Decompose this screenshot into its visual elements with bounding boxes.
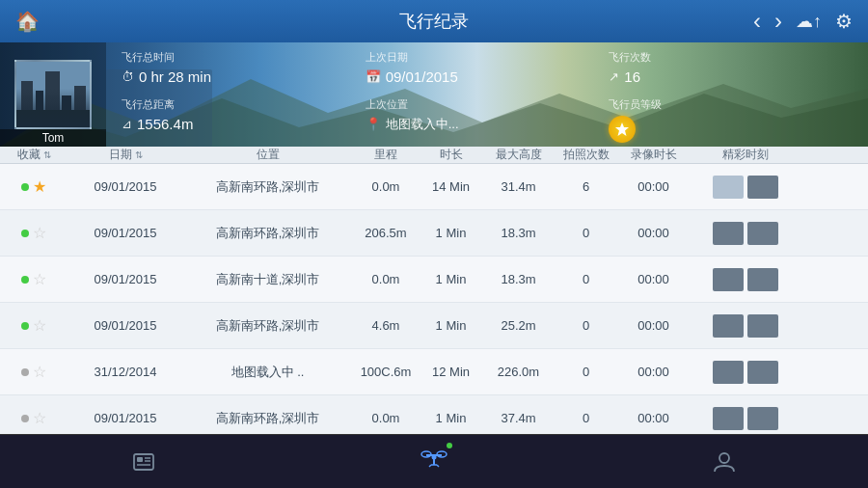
td-duration: 12 Min [420,365,482,379]
td-photo-count: 0 [555,226,617,240]
nav-item-flight[interactable] [419,446,449,478]
active-indicator [447,443,452,448]
last-date-value: 📅 09/01/2015 [366,68,610,85]
table-row[interactable]: ☆ 09/01/2015 高新南十道,深圳市 0.0m 1 Min 18.3m … [0,257,868,303]
star-empty-icon[interactable]: ☆ [33,316,46,335]
star-filled-icon[interactable]: ★ [33,177,46,196]
th-favorite: 收藏 ⇅ [0,147,68,163]
sort-date-icon[interactable]: ⇅ [135,149,143,160]
td-duration: 14 Min [420,179,482,194]
thumb-dark [747,314,778,338]
back-icon[interactable]: ‹ [753,8,761,35]
star-empty-icon[interactable]: ☆ [33,363,46,381]
td-location: 地图载入中 .. [183,364,352,381]
th-duration: 时长 [420,147,482,163]
td-location: 高新南环路,深圳市 [183,410,352,427]
hero-section: Tom 飞行总时间 ⏱ 0 hr 28 min 飞行总距离 ⊿ 1556.4m [0,42,868,147]
stat-group-time-dist: 飞行总时间 ⏱ 0 hr 28 min 飞行总距离 ⊿ 1556.4m [122,47,366,143]
pin-icon: 📍 [366,117,381,131]
td-moment [690,361,800,384]
td-duration: 1 Min [420,318,482,333]
td-date: 09/01/2015 [68,272,183,286]
svg-rect-9 [16,110,92,129]
td-duration: 1 Min [420,226,482,240]
flight-icon: ↗ [609,69,619,84]
td-record-time: 00:00 [617,365,690,379]
td-record-time: 00:00 [617,272,690,286]
star-empty-icon[interactable]: ☆ [33,224,46,242]
pilot-level-label: 飞行员等级 [609,95,853,112]
status-dot [21,230,29,237]
total-time-value: ⏱ 0 hr 28 min [122,68,366,85]
thumb-dark [713,314,744,338]
main-content: Tom 飞行总时间 ⏱ 0 hr 28 min 飞行总距离 ⊿ 1556.4m [0,42,868,488]
star-empty-icon[interactable]: ☆ [33,409,46,427]
thumb-dark [747,176,778,199]
thumb-dark [747,222,778,245]
sort-fav-icon[interactable]: ⇅ [43,149,51,160]
cloud-upload-icon[interactable]: ☁↑ [796,11,822,32]
star-empty-icon[interactable]: ☆ [33,270,46,288]
td-max-alt: 18.3m [482,226,555,240]
avatar-image [14,60,92,129]
status-dot [21,183,29,191]
user-name: Tom [0,129,106,147]
svg-rect-8 [74,86,86,129]
thumb-dark [713,222,744,245]
status-dot [21,276,29,284]
td-max-alt: 18.3m [482,272,555,286]
table-row[interactable]: ★ 09/01/2015 高新南环路,深圳市 0.0m 14 Min 31.4m… [0,164,868,210]
thumb-dark [713,407,744,430]
td-photo-count: 0 [555,272,617,286]
avatar-block: Tom [0,42,106,147]
table-header: 收藏 ⇅ 日期 ⇅ 位置 里程 时长 最大高度 拍照次数 录 [0,147,868,164]
svg-line-22 [429,465,431,467]
pilot-level-badge [609,116,853,143]
td-distance: 0.0m [352,411,420,425]
svg-rect-12 [137,457,143,462]
td-fav: ★ [0,177,68,196]
nav-item-profile[interactable] [711,448,738,475]
td-photo-count: 0 [555,365,617,379]
svg-rect-5 [36,91,43,129]
td-photo-count: 0 [555,411,617,425]
td-max-alt: 31.4m [482,179,555,194]
td-moment [690,222,800,245]
th-distance: 里程 [352,147,420,163]
table-row[interactable]: ☆ 09/01/2015 高新南环路,深圳市 206.5m 1 Min 18.3… [0,210,868,257]
thumb-dark [747,268,778,291]
thumb-dark [713,361,744,384]
td-record-time: 00:00 [617,318,690,333]
th-location: 位置 [183,147,352,163]
status-dot [21,322,29,330]
svg-point-20 [431,454,436,459]
total-time-label: 飞行总时间 [122,47,366,65]
td-date: 09/01/2015 [68,318,183,333]
page-title: 飞行纪录 [399,10,469,33]
td-max-alt: 37.4m [482,411,555,425]
table-row[interactable]: ☆ 31/12/2014 地图载入中 .. 100C.6m 12 Min 226… [0,349,868,395]
td-record-time: 00:00 [617,179,690,194]
table-row[interactable]: ☆ 09/01/2015 高新南环路,深圳市 4.6m 1 Min 25.2m … [0,303,868,349]
th-record-time: 录像时长 [617,147,690,163]
table-row[interactable]: ☆ 09/01/2015 高新南环路,深圳市 0.0m 1 Min 37.4m … [0,395,868,434]
top-bar: 🏠 飞行纪录 ‹ › ☁↑ ⚙ [0,0,868,42]
td-date: 09/01/2015 [68,411,183,425]
svg-point-24 [719,453,729,463]
table-section: 收藏 ⇅ 日期 ⇅ 位置 里程 时长 最大高度 拍照次数 录 [0,147,868,434]
td-photo-count: 0 [555,318,617,333]
td-max-alt: 226.0m [482,365,555,379]
flight-count-value: ↗ 16 [609,68,853,85]
calendar-icon: 📅 [366,69,381,84]
bottom-nav [0,434,868,488]
nav-item-media[interactable] [130,448,157,475]
td-moment [690,176,800,199]
td-fav: ☆ [0,270,68,288]
thumb-dark [747,361,778,384]
forward-icon[interactable]: › [774,8,782,35]
thumb-placeholder [713,176,744,199]
settings-icon[interactable]: ⚙ [835,10,853,33]
home-icon[interactable]: 🏠 [15,10,40,33]
svg-rect-11 [134,454,153,470]
td-distance: 4.6m [352,318,420,333]
